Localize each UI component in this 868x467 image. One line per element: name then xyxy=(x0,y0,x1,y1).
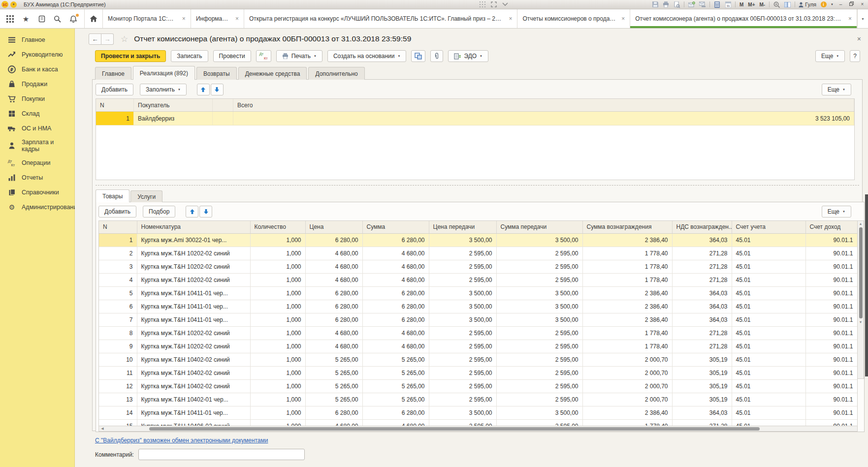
table-cell[interactable]: 3 500,00 xyxy=(496,313,582,326)
table-cell[interactable]: 3 500,00 xyxy=(429,300,496,313)
create-based-on-button[interactable]: Создать на основании▼ xyxy=(327,50,406,62)
table-row[interactable]: 4Куртка муж.T&H 10202-02 синий1,0004 680… xyxy=(99,273,857,286)
table-cell[interactable]: 45.01 xyxy=(732,406,805,419)
table-cell[interactable]: 1 778,40 xyxy=(582,260,672,273)
back-button[interactable]: ← xyxy=(89,33,101,45)
table-cell[interactable]: 5 265,00 xyxy=(305,366,362,379)
table-cell[interactable]: 4 680,00 xyxy=(362,273,429,286)
table-cell[interactable]: 13 xyxy=(99,393,137,406)
table-cell[interactable]: 2 386,40 xyxy=(582,300,672,313)
table-cell[interactable]: 5 265,00 xyxy=(362,393,429,406)
table-cell[interactable]: 271,28 xyxy=(672,247,732,260)
horizontal-scrollbar[interactable]: ◀ xyxy=(98,426,858,432)
table-cell[interactable]: 2 000,70 xyxy=(582,353,672,366)
history-icon[interactable] xyxy=(37,15,46,23)
table-cell[interactable]: 6 280,00 xyxy=(362,313,429,326)
post-and-close-button[interactable]: Провести и закрыть xyxy=(95,50,166,62)
move-down-button[interactable] xyxy=(211,84,224,95)
table-cell[interactable]: 1,000 xyxy=(250,340,305,353)
table-cell[interactable]: 5 265,00 xyxy=(362,379,429,393)
table-cell[interactable]: Куртка муж.T&H 10202-02 синий xyxy=(137,340,250,353)
table-cell[interactable]: 6 280,00 xyxy=(305,300,362,313)
app-tab[interactable]: Отчет комиссионера (агента) о продажах 0… xyxy=(630,9,857,28)
table-cell[interactable]: 1,000 xyxy=(250,326,305,340)
table-cell[interactable]: 7 xyxy=(99,313,137,326)
table-cell[interactable]: 2 595,00 xyxy=(496,260,582,273)
table-cell[interactable]: 2 595,00 xyxy=(496,247,582,260)
table-cell[interactable]: 6 280,00 xyxy=(305,286,362,300)
system-menu-icon[interactable]: ▼ xyxy=(10,1,17,8)
close-window-button[interactable]: × xyxy=(859,1,866,8)
table-cell[interactable]: 1,000 xyxy=(250,247,305,260)
mail-send-icon[interactable] xyxy=(699,1,706,8)
table-cell[interactable]: 1,000 xyxy=(250,233,305,247)
tabs-overflow-button[interactable]: ▼ xyxy=(857,9,868,28)
table-cell[interactable]: 2 595,00 xyxy=(496,366,582,379)
doc-tab-Возвраты[interactable]: Возвраты xyxy=(196,67,237,80)
sidebar-item-bank-kassa[interactable]: ₽Банк и касса xyxy=(0,62,74,77)
table-cell[interactable]: Куртка муж.T&H 10202-02 синий xyxy=(137,260,250,273)
table-cell[interactable]: 364,03 xyxy=(672,286,732,300)
table-cell[interactable]: 2 595,00 xyxy=(429,393,496,406)
table-cell[interactable]: 45.01 xyxy=(732,247,805,260)
table-cell[interactable]: 4 680,00 xyxy=(305,260,362,273)
edo-button[interactable]: ЭДО▼ xyxy=(448,50,488,62)
add-item-button[interactable]: Добавить xyxy=(98,206,136,218)
table-cell[interactable]: Куртка муж.T&H 10402-02 синий xyxy=(137,366,250,379)
table-cell[interactable]: 11 xyxy=(99,366,137,379)
memory-m-plus-button[interactable]: M+ xyxy=(747,2,755,7)
table-cell[interactable]: 90.01.1 xyxy=(805,406,857,419)
horizontal-scroll-thumb[interactable] xyxy=(149,427,760,431)
doc-tab-Главное[interactable]: Главное xyxy=(95,67,131,80)
memory-m-minus-button[interactable]: M- xyxy=(759,2,766,7)
table-cell[interactable]: 90.01.1 xyxy=(805,260,857,273)
table-cell[interactable]: 1,000 xyxy=(250,366,305,379)
table-cell[interactable]: 3 500,00 xyxy=(496,286,582,300)
table-cell[interactable]: 271,28 xyxy=(672,326,732,340)
table-cell[interactable]: 2 595,00 xyxy=(496,419,582,426)
table-cell[interactable]: 271,28 xyxy=(672,260,732,273)
app-tab[interactable]: Отчеты комиссионеров о продажах× xyxy=(517,9,630,28)
table-cell[interactable]: 12 xyxy=(99,379,137,393)
table-cell[interactable]: 90.01.1 xyxy=(805,286,857,300)
add-buyer-button[interactable]: Добавить xyxy=(96,84,133,95)
dots-grid-icon[interactable] xyxy=(479,1,486,8)
table-cell[interactable]: 2 595,00 xyxy=(429,326,496,340)
table-cell[interactable]: Куртка муж.T&H 10411-01 чер... xyxy=(137,406,250,419)
table-cell[interactable]: 271,28 xyxy=(672,340,732,353)
table-cell[interactable]: 5 xyxy=(99,286,137,300)
table-cell[interactable]: 6 280,00 xyxy=(362,300,429,313)
minimize-button[interactable]: – xyxy=(837,1,844,8)
table-cell[interactable]: 4 xyxy=(99,273,137,286)
related-documents-button[interactable] xyxy=(411,50,425,62)
sidebar-item-glavnoe[interactable]: Главное xyxy=(0,32,74,47)
doc-tab-Реализация (892)[interactable]: Реализация (892) xyxy=(133,66,195,80)
table-cell[interactable]: Куртка муж.T&H 10402-01 чер... xyxy=(137,393,250,406)
column-header[interactable]: N xyxy=(99,221,137,233)
table-cell[interactable]: Куртка муж.T&H 10202-02 синий xyxy=(137,273,250,286)
restore-button[interactable] xyxy=(848,1,855,8)
table-cell[interactable]: 6 280,00 xyxy=(305,313,362,326)
table-cell[interactable]: 45.01 xyxy=(732,260,805,273)
table-cell[interactable]: 1,000 xyxy=(250,379,305,393)
table-cell[interactable]: 4 680,00 xyxy=(305,419,362,426)
table-cell[interactable]: 1 xyxy=(99,233,137,247)
table-cell[interactable]: 4 680,00 xyxy=(362,326,429,340)
table-row[interactable]: 7Куртка муж.T&H 10411-01 чер...1,0006 28… xyxy=(99,313,857,326)
table-cell[interactable]: 5 265,00 xyxy=(305,379,362,393)
table-cell[interactable]: 45.01 xyxy=(732,353,805,366)
table-cell[interactable]: 4 680,00 xyxy=(362,260,429,273)
table-cell[interactable]: 2 595,00 xyxy=(429,340,496,353)
table-cell[interactable]: 4 680,00 xyxy=(305,326,362,340)
table-cell[interactable]: 90.01.1 xyxy=(805,340,857,353)
table-cell[interactable]: 364,03 xyxy=(672,300,732,313)
table-cell[interactable]: 90.01.1 xyxy=(805,313,857,326)
sidebar-item-pokupki[interactable]: Покупки xyxy=(0,92,74,106)
table-cell[interactable]: 90.01.1 xyxy=(805,247,857,260)
tab-close-icon[interactable]: × xyxy=(509,15,512,22)
table-cell[interactable]: 6 280,00 xyxy=(362,406,429,419)
vertical-scroll-thumb[interactable] xyxy=(859,227,863,318)
table-cell[interactable]: Куртка муж.T&H 10406-02 синий xyxy=(137,419,250,426)
move-down-button[interactable] xyxy=(199,206,212,218)
more-button[interactable]: Еще▼ xyxy=(815,50,845,62)
